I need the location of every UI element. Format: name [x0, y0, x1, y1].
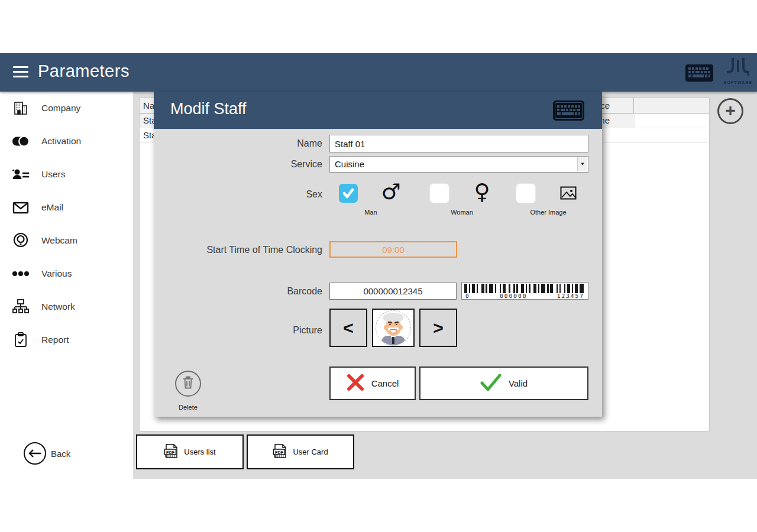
staff-avatar	[376, 310, 411, 346]
back-arrow-icon	[24, 442, 46, 465]
service-dropdown[interactable]: Cuisine ▼	[329, 156, 588, 173]
svg-text:PDF: PDF	[275, 450, 284, 454]
dialog-header: Modif Staff	[154, 92, 602, 129]
sidebar-item-label: eMail	[41, 202, 63, 213]
chevron-down-icon: ▼	[577, 157, 587, 171]
sex-option-woman: ♀ Woman	[430, 184, 508, 220]
user-card-pdf-button[interactable]: PDF User Card	[247, 434, 354, 469]
barcode-label: Barcode	[154, 286, 322, 297]
page-title: Parameters	[38, 61, 130, 81]
sidebar-item-users[interactable]: Users	[0, 158, 133, 191]
users-icon	[12, 166, 30, 183]
modif-staff-dialog: Modif Staff Name Service Cuisine ▼	[154, 92, 602, 417]
sidebar-item-report[interactable]: Report	[0, 323, 133, 356]
hamburger-menu-icon[interactable]	[13, 66, 28, 78]
barcode-bars	[464, 284, 585, 293]
sidebar: Company Activation Users	[0, 92, 133, 479]
service-label: Service	[154, 159, 322, 170]
sex-option-man: ♂ Man	[339, 184, 417, 220]
activation-toggle-icon	[12, 132, 30, 150]
sidebar-item-label: Users	[41, 169, 65, 180]
sidebar-item-label: Report	[41, 335, 69, 345]
sidebar-item-webcam[interactable]: Webcam	[0, 224, 133, 257]
logo-caption: SOFTWARE	[722, 80, 755, 85]
sidebar-item-various[interactable]: Various	[0, 257, 133, 290]
man-caption: Man	[364, 209, 377, 216]
picture-next-button[interactable]: >	[419, 309, 457, 347]
dialog-title: Modif Staff	[170, 100, 247, 118]
woman-checkbox[interactable]	[430, 184, 449, 203]
sidebar-item-label: Activation	[41, 136, 81, 147]
company-building-icon	[12, 99, 30, 117]
woman-caption: Woman	[451, 209, 473, 216]
other-image-caption: Other Image	[530, 209, 566, 216]
pdf-file-icon: PDF	[164, 442, 179, 462]
sidebar-item-email[interactable]: eMail	[0, 191, 133, 224]
barcode-image: 0 000000 123457	[461, 282, 588, 300]
users-list-pdf-button[interactable]: PDF Users list	[136, 434, 244, 469]
sidebar-item-label: Webcam	[41, 235, 77, 246]
delete-caption: Delete	[179, 404, 198, 411]
app-header: Parameters	[0, 53, 757, 92]
service-selected-value: Cuisine	[335, 159, 364, 169]
delete-button[interactable]	[175, 371, 201, 397]
start-time-label: Start Time of Time Clocking	[154, 245, 322, 255]
name-label: Name	[154, 138, 322, 149]
add-user-button[interactable]: +	[717, 98, 743, 124]
pdf-file-icon: PDF	[273, 442, 288, 462]
picture-label: Picture	[154, 325, 322, 336]
sidebar-item-label: Network	[41, 301, 75, 312]
image-icon	[560, 186, 577, 202]
report-clipboard-icon	[12, 331, 30, 349]
barcode-input[interactable]	[329, 283, 457, 300]
app-window: Parameters SOFTWARE	[0, 0, 757, 532]
barcode-digits: 0 000000 123457	[464, 293, 585, 299]
back-button[interactable]: Back	[24, 442, 70, 465]
picture-frame	[372, 309, 415, 347]
network-tree-icon	[12, 298, 30, 316]
sex-label: Sex	[154, 189, 322, 200]
sidebar-item-activation[interactable]: Activation	[0, 125, 133, 158]
jyl-software-logo: SOFTWARE	[722, 57, 755, 89]
male-symbol-icon: ♂	[381, 179, 400, 205]
svg-text:PDF: PDF	[166, 450, 175, 454]
plus-icon: +	[725, 102, 736, 119]
email-envelope-icon	[12, 199, 30, 216]
valid-button[interactable]: Valid	[419, 366, 588, 400]
cancel-x-icon	[347, 374, 364, 394]
virtual-keyboard-icon[interactable]	[685, 64, 714, 85]
cancel-button[interactable]: Cancel	[329, 366, 416, 400]
pdf-button-label: Users list	[184, 447, 215, 456]
picture-previous-button[interactable]: <	[329, 309, 367, 347]
pdf-button-label: User Card	[293, 447, 328, 456]
sidebar-item-label: Company	[41, 103, 80, 113]
back-label: Back	[51, 449, 70, 459]
start-time-field[interactable]: 09:00	[329, 241, 457, 258]
female-symbol-icon: ♀	[474, 179, 490, 205]
cancel-label: Cancel	[371, 378, 399, 388]
sidebar-item-label: Various	[41, 268, 72, 279]
various-dots-icon	[12, 265, 30, 283]
valid-label: Valid	[509, 378, 528, 388]
other-image-checkbox[interactable]	[516, 184, 535, 203]
sex-option-other-image: Other Image	[516, 184, 594, 220]
sidebar-item-company[interactable]: Company	[0, 92, 133, 125]
virtual-keyboard-icon[interactable]	[553, 100, 584, 123]
trash-icon	[182, 376, 194, 391]
webcam-icon	[12, 232, 30, 249]
man-checkbox[interactable]	[339, 184, 358, 203]
sidebar-item-network[interactable]: Network	[0, 290, 133, 323]
check-icon	[480, 374, 502, 394]
name-input[interactable]	[329, 135, 588, 153]
